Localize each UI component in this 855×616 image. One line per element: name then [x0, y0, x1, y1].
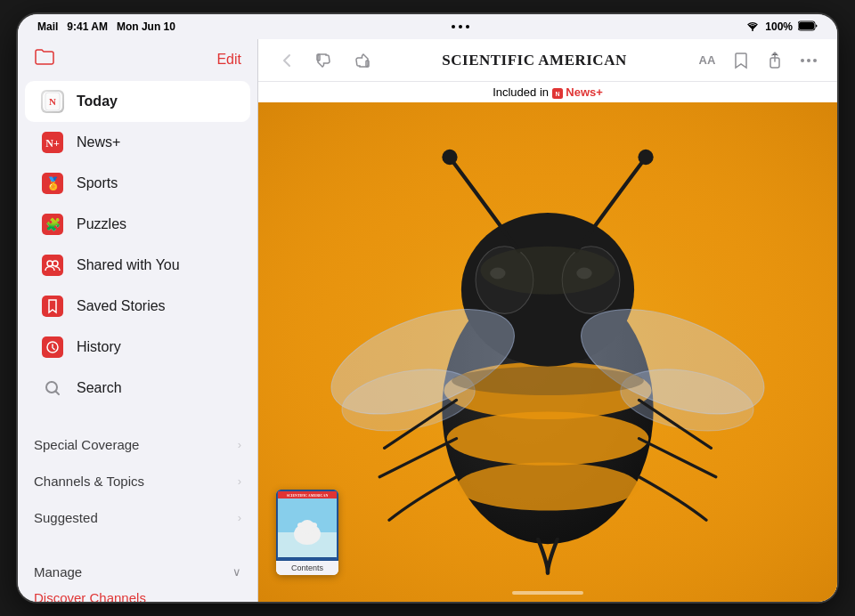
manage-label: Manage — [34, 564, 82, 580]
bee-image-bg: SCIENTIFIC AMERICAN Contents — [258, 102, 837, 602]
status-bar: Mail 9:41 AM Mon Jun 10 100% — [18, 14, 837, 39]
sidebar-item-saved[interactable]: Saved Stories — [25, 286, 250, 327]
puzzles-icon: 🧩 — [41, 213, 64, 236]
sports-icon: 🏅 — [41, 172, 64, 195]
magazine-contents-label: Contents — [276, 561, 338, 575]
sidebar-item-shared[interactable]: Shared with You — [25, 245, 250, 286]
back-button[interactable] — [273, 46, 301, 75]
article-included-banner: Included in N News+ — [258, 82, 837, 102]
svg-text:SCIENTIFIC AMERICAN: SCIENTIFIC AMERICAN — [287, 493, 329, 498]
text-size-button[interactable]: AA — [693, 46, 721, 75]
magazine-cover: SCIENTIFIC AMERICAN — [276, 490, 338, 561]
shared-icon — [41, 254, 64, 277]
toolbar-left — [273, 46, 376, 75]
status-dot-2 — [459, 25, 462, 28]
sidebar-header: Edit — [18, 39, 257, 77]
svg-point-39 — [442, 150, 457, 165]
saved-label: Saved Stories — [77, 298, 166, 314]
channels-topics-label: Channels & Topics — [34, 474, 144, 489]
special-coverage-item[interactable]: Special Coverage › — [25, 426, 250, 463]
sidebar-sections: Special Coverage › Channels & Topics › S… — [18, 426, 257, 536]
newsplus-icon: N+ — [41, 131, 64, 154]
apple-news-plus-badge: N News+ — [552, 85, 603, 99]
svg-text:🏅: 🏅 — [45, 176, 61, 191]
status-right: 100% — [745, 20, 818, 34]
today-label: Today — [77, 93, 118, 109]
svg-text:N+: N+ — [45, 137, 60, 150]
manage-header: Manage ∨ — [34, 557, 241, 583]
status-dot-3 — [466, 25, 469, 28]
more-button[interactable] — [794, 46, 823, 75]
sports-label: Sports — [77, 175, 118, 191]
publication-title: SCIENTIFIC AMERICAN — [442, 52, 626, 69]
sidebar-item-newsplus[interactable]: N+ News+ — [25, 122, 250, 163]
newsplus-label: News+ — [77, 134, 120, 150]
special-coverage-chevron: › — [238, 438, 241, 451]
search-label: Search — [77, 380, 122, 396]
special-coverage-label: Special Coverage — [34, 437, 139, 452]
manage-chevron[interactable]: ∨ — [232, 565, 241, 579]
shared-label: Shared with You — [77, 257, 180, 273]
status-dot-1 — [452, 25, 455, 28]
wifi-icon — [745, 20, 760, 33]
ipad-frame: Mail 9:41 AM Mon Jun 10 100% — [18, 14, 837, 602]
sidebar-item-puzzles[interactable]: 🧩 Puzzles — [25, 204, 250, 245]
svg-point-45 — [480, 247, 615, 295]
sidebar-item-sports[interactable]: 🏅 Sports — [25, 163, 250, 204]
history-icon — [41, 336, 64, 359]
article-image: SCIENTIFIC AMERICAN Contents — [258, 102, 837, 602]
suggested-item[interactable]: Suggested › — [25, 499, 250, 536]
status-center — [452, 25, 469, 28]
discover-channels-link[interactable]: Discover Channels — [34, 583, 241, 602]
sidebar-nav: N Today N+ News+ 🏅 Sports — [18, 77, 257, 412]
folder-icon — [34, 48, 55, 70]
svg-rect-16 — [42, 296, 63, 317]
svg-point-53 — [297, 523, 305, 528]
status-left: Mail 9:41 AM Mon Jun 10 — [37, 20, 175, 33]
channels-topics-item[interactable]: Channels & Topics › — [25, 463, 250, 499]
toolbar-right: AA — [693, 46, 823, 75]
svg-point-54 — [310, 523, 317, 528]
svg-point-40 — [638, 150, 653, 165]
status-mail: Mail — [37, 20, 58, 33]
svg-text:N: N — [49, 96, 56, 107]
battery-icon — [798, 20, 818, 34]
suggested-chevron: › — [238, 511, 241, 524]
article-area: SCIENTIFIC AMERICAN AA — [258, 39, 837, 602]
status-time: 9:41 AM — [67, 20, 108, 33]
sidebar-item-history[interactable]: History — [25, 327, 250, 368]
svg-point-23 — [801, 59, 804, 62]
svg-rect-2 — [799, 22, 814, 29]
search-icon-nav — [41, 377, 64, 400]
edit-button[interactable]: Edit — [216, 52, 241, 68]
svg-point-33 — [457, 463, 639, 511]
svg-point-32 — [447, 411, 649, 465]
svg-point-25 — [813, 59, 817, 62]
svg-point-0 — [752, 29, 753, 31]
share-button[interactable] — [761, 46, 789, 75]
status-date: Mon Jun 10 — [117, 20, 175, 33]
app-container: Edit N Today N+ News+ — [18, 39, 837, 602]
puzzles-label: Puzzles — [77, 216, 126, 232]
scroll-indicator — [512, 591, 583, 595]
sidebar: Edit N Today N+ News+ — [18, 39, 258, 602]
thumbsup-button[interactable] — [347, 46, 376, 75]
svg-point-24 — [807, 59, 810, 62]
thumbsdown-button[interactable] — [310, 46, 338, 75]
channels-topics-chevron: › — [238, 474, 241, 488]
today-icon: N — [41, 90, 64, 113]
suggested-label: Suggested — [34, 510, 98, 525]
svg-text:N: N — [555, 91, 559, 97]
battery-percent: 100% — [765, 20, 793, 33]
sidebar-manage: Manage ∨ Discover Channels Notifications… — [18, 550, 257, 602]
bookmark-button[interactable] — [727, 46, 755, 75]
magazine-thumbnail[interactable]: SCIENTIFIC AMERICAN Contents — [276, 490, 338, 575]
sidebar-item-search[interactable]: Search — [25, 368, 250, 409]
saved-icon — [41, 295, 64, 318]
included-text: Included in — [493, 85, 549, 99]
svg-text:🧩: 🧩 — [45, 217, 61, 232]
article-toolbar: SCIENTIFIC AMERICAN AA — [258, 39, 837, 82]
svg-point-46 — [452, 367, 644, 395]
history-label: History — [77, 339, 121, 355]
sidebar-item-today[interactable]: N Today — [25, 81, 250, 122]
